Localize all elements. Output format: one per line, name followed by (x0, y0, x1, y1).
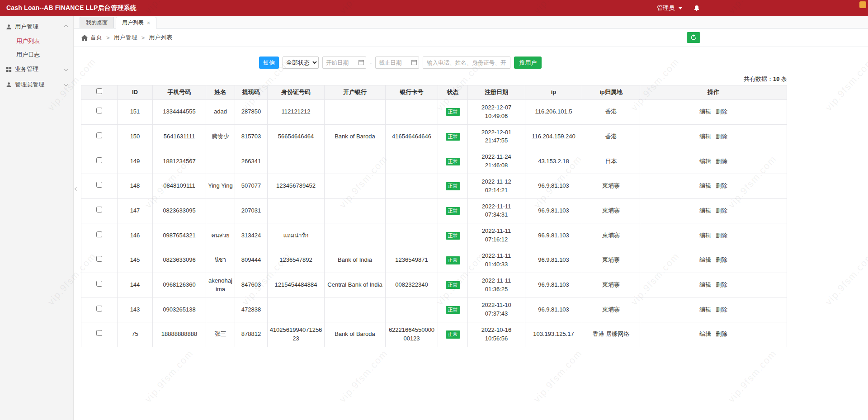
cell-id: 146 (118, 223, 153, 248)
delete-link[interactable]: 删除 (716, 108, 727, 115)
row-select-cell (81, 322, 118, 347)
cell-phone: 1881234567 (153, 149, 206, 174)
date-range-separator: - (370, 59, 372, 66)
sidebar-item-label: 用户日志 (16, 51, 40, 58)
cell-id-card: 56654646464 (268, 124, 325, 149)
search-user-button[interactable]: 搜用户 (514, 57, 542, 69)
sidebar-group-business-mgmt[interactable]: 业务管理 (0, 61, 73, 77)
search-input[interactable] (423, 57, 510, 69)
table-row: 1440968126360akenohajima8476031215454484… (81, 273, 787, 297)
sms-button[interactable]: 短信 (259, 57, 279, 69)
delete-link[interactable]: 删除 (716, 281, 727, 288)
cell-status: 正常 (438, 174, 468, 198)
select-all-checkbox[interactable] (96, 88, 102, 94)
cell-bank: Bank of Baroda (325, 124, 386, 149)
cell-reg-date: 2022-12-01 21:47:55 (468, 124, 525, 149)
edit-link[interactable]: 编辑 (699, 108, 711, 115)
sidebar-group-label: 用户管理 (15, 23, 38, 31)
row-checkbox[interactable] (96, 132, 102, 138)
table-row: 1480848109111Ying Ying507077123456789452… (81, 174, 787, 198)
cell-status: 正常 (438, 99, 468, 124)
admin-label: 管理员 (657, 4, 675, 12)
cell-name: 张三 (206, 322, 235, 347)
delete-link[interactable]: 删除 (716, 330, 727, 337)
status-select[interactable]: 全部状态 (283, 57, 319, 69)
col-header-bank: 开户银行 (325, 85, 386, 100)
delete-link[interactable]: 删除 (716, 133, 727, 140)
tab-my-desktop[interactable]: 我的桌面 (80, 17, 114, 28)
sidebar-collapse-handle[interactable] (74, 184, 79, 194)
edit-link[interactable]: 编辑 (699, 133, 711, 140)
cell-bank-card: 0082322340 (386, 273, 438, 297)
cell-id-card (268, 149, 325, 174)
edit-link[interactable]: 编辑 (699, 281, 711, 288)
cell-status: 正常 (438, 149, 468, 174)
col-header-phone: 手机号码 (153, 85, 206, 100)
row-checkbox[interactable] (96, 207, 102, 212)
cell-name (206, 149, 235, 174)
col-header-actions: 操作 (640, 85, 787, 100)
grid-icon (6, 66, 12, 72)
sidebar-group-admin-mgmt[interactable]: 管理员管理 (0, 77, 73, 92)
cell-id: 148 (118, 174, 153, 198)
close-icon[interactable]: × (147, 20, 150, 26)
cell-ip: 96.9.81.103 (525, 248, 582, 273)
row-checkbox[interactable] (96, 182, 102, 188)
edit-link[interactable]: 编辑 (699, 232, 711, 239)
cell-id-card: 123456789452 (268, 174, 325, 198)
row-checkbox[interactable] (96, 256, 102, 262)
bell-icon[interactable] (693, 5, 700, 11)
delete-link[interactable]: 删除 (716, 306, 727, 313)
table-row: 1505641631111腾贵少81570356654646464Bank of… (81, 124, 787, 149)
row-checkbox[interactable] (96, 281, 102, 287)
row-checkbox[interactable] (96, 108, 102, 113)
cell-bank-card (386, 223, 438, 248)
row-checkbox[interactable] (96, 306, 102, 311)
sidebar-item-user-log[interactable]: 用户日志 (0, 48, 73, 61)
cell-phone: 5641631111 (153, 124, 206, 149)
edit-link[interactable]: 编辑 (699, 158, 711, 165)
col-header-id: ID (118, 85, 153, 100)
cell-status: 正常 (438, 248, 468, 273)
cell-bank (325, 223, 386, 248)
cell-ip: 96.9.81.103 (525, 273, 582, 297)
breadcrumb-user-mgmt[interactable]: 用户管理 (114, 33, 137, 42)
cell-id: 149 (118, 149, 153, 174)
table-row: 7518888888888张三878812410256199407125623B… (81, 322, 787, 347)
delete-link[interactable]: 删除 (716, 232, 727, 239)
row-checkbox[interactable] (96, 157, 102, 163)
breadcrumb-user-list: 用户列表 (149, 33, 172, 42)
edit-link[interactable]: 编辑 (699, 306, 711, 313)
sidebar-item-user-list[interactable]: 用户列表 (0, 34, 73, 48)
cell-id: 145 (118, 248, 153, 273)
edit-link[interactable]: 编辑 (699, 330, 711, 337)
refresh-button[interactable] (687, 32, 700, 43)
row-select-cell (81, 174, 118, 198)
delete-link[interactable]: 删除 (716, 158, 727, 165)
cell-name: adad (206, 99, 235, 124)
row-select-cell (81, 198, 118, 223)
cell-ip-location: 香港 (582, 99, 640, 124)
delete-link[interactable]: 删除 (716, 256, 727, 263)
cell-status: 正常 (438, 198, 468, 223)
breadcrumb-home[interactable]: 首页 (90, 33, 102, 42)
cell-phone: 0987654321 (153, 223, 206, 248)
row-checkbox[interactable] (96, 231, 102, 237)
sidebar-group-user-mgmt[interactable]: 用户管理 (0, 19, 73, 34)
edit-link[interactable]: 编辑 (699, 207, 711, 214)
cell-bank-card: 416546464646 (386, 124, 438, 149)
cell-id: 150 (118, 124, 153, 149)
edit-link[interactable]: 编辑 (699, 256, 711, 263)
row-checkbox[interactable] (96, 330, 102, 336)
delete-link[interactable]: 删除 (716, 182, 727, 189)
cell-reg-date: 2022-11-11 07:16:12 (468, 223, 525, 248)
edit-link[interactable]: 编辑 (699, 182, 711, 189)
admin-menu[interactable]: 管理员 (657, 0, 700, 16)
corner-icon[interactable] (859, 1, 866, 8)
tab-user-list[interactable]: 用户列表 × (116, 17, 156, 28)
calendar-icon[interactable] (411, 60, 417, 66)
cell-bank (325, 297, 386, 322)
cell-reg-date: 2022-11-11 01:40:33 (468, 248, 525, 273)
delete-link[interactable]: 删除 (716, 207, 727, 214)
calendar-icon[interactable] (359, 60, 364, 66)
